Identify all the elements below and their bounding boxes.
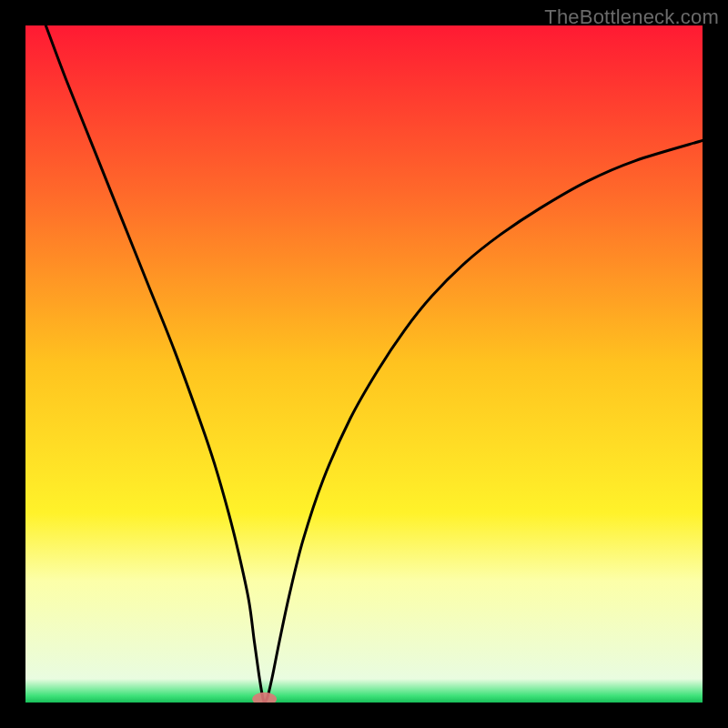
chart-frame: TheBottleneck.com [0,0,728,728]
plot-area [25,25,703,703]
gradient-background [25,25,703,703]
chart-svg [25,25,703,703]
